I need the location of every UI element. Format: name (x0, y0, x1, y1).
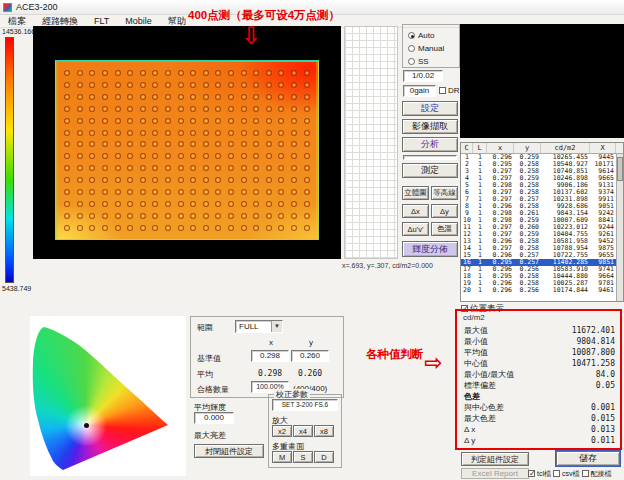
range-select[interactable]: FULL▼ (235, 320, 283, 333)
export-check-2[interactable]: csv檔 (553, 469, 580, 479)
stats-panel: cd/m2 最大值11672.401最小值9804.814平均值10087.80… (459, 313, 622, 449)
table-cell: 0.257 (514, 196, 541, 203)
table-cell: 15 (461, 252, 473, 259)
measure-point (89, 189, 95, 195)
zoom-button-x4[interactable]: x4 (293, 425, 313, 437)
color-temp-button[interactable]: 色溫 (431, 222, 458, 236)
table-row[interactable]: 810.2960.2589928.6869051 (461, 203, 616, 210)
table-cell: 0.258 (514, 280, 541, 287)
table-row[interactable]: 910.2980.2619843.1549242 (461, 210, 616, 217)
save-button[interactable]: 儲存 (556, 451, 620, 466)
table-cell: 1 (473, 203, 487, 210)
measure-point (77, 165, 83, 171)
measure-point (241, 201, 247, 207)
delta-y-button[interactable]: Δy (431, 204, 458, 218)
closed-comp-settings-button[interactable]: 封閉組件設定 (194, 444, 264, 458)
table-row[interactable]: 1210.2970.25910404.7559261 (461, 231, 616, 238)
measure-button[interactable]: 測定 (402, 163, 458, 178)
delta-uv-button[interactable]: Δu'v' (402, 222, 429, 236)
stat-row: Δ y0.011 (459, 435, 622, 446)
table-row[interactable]: 1410.2970.25810788.9549875 (461, 245, 616, 252)
multi-button-m[interactable]: M (272, 451, 292, 463)
measure-point (165, 141, 171, 147)
measure-point (89, 153, 95, 159)
measure-point (102, 141, 108, 147)
table-cell: 0.298 (487, 217, 514, 224)
measure-point (77, 118, 83, 124)
luminance-dist-button[interactable]: 輝度分佈 (402, 241, 458, 257)
table-cell: 0.296 (487, 252, 514, 259)
dr-checkbox[interactable]: DR (439, 86, 460, 95)
table-row[interactable]: 1710.2960.25610583.9109741 (461, 266, 616, 273)
judge-comp-settings-button[interactable]: 判定組件設定 (461, 452, 529, 466)
measure-point (165, 82, 171, 88)
measure-point (190, 94, 196, 100)
table-row[interactable]: 110.2960.25910265.4559445 (461, 154, 616, 161)
table-row[interactable]: 510.2980.2589906.1869131 (461, 182, 616, 189)
table-row[interactable]: 1510.2960.25710722.7559655 (461, 252, 616, 259)
exposure-field[interactable]: 1/0.02 (403, 70, 443, 82)
stat-label: 與中心色差 (464, 402, 504, 413)
table-row[interactable]: 1610.2950.25711402.2859851 (461, 259, 616, 266)
multi-button-d[interactable]: D (314, 451, 334, 463)
table-row[interactable]: 1910.2960.25810025.2879781 (461, 280, 616, 287)
table-cell: 9875 (590, 245, 616, 252)
zoom-button-x8[interactable]: x8 (314, 425, 334, 437)
mode-radio-auto[interactable]: Auto (408, 29, 459, 42)
contour-button[interactable]: 等高線 (431, 186, 458, 200)
table-row[interactable]: 710.2970.25710231.8989911 (461, 196, 616, 203)
reference-x-field[interactable]: 0.298 (251, 350, 289, 362)
scrollbar-thumb[interactable] (617, 157, 623, 181)
measure-point (152, 189, 158, 195)
measure-point (89, 141, 95, 147)
table-row[interactable]: 1010.2980.25910007.6098841 (461, 217, 616, 224)
measure-point (266, 165, 272, 171)
table-cell: 1 (473, 224, 487, 231)
zoom-button-x2[interactable]: x2 (272, 425, 292, 437)
table-scrollbar[interactable] (616, 154, 623, 301)
table-cell: 9664 (590, 273, 616, 280)
table-cell: 8 (461, 203, 473, 210)
avg-lum-field[interactable]: 0.000 (194, 412, 234, 424)
mode-radio-ss[interactable]: SS (408, 55, 459, 68)
table-row[interactable]: 1810.2950.25810444.8809664 (461, 273, 616, 280)
delta-x-button[interactable]: Δx (402, 204, 429, 218)
table-row[interactable]: 610.2970.25810137.6029374 (461, 189, 616, 196)
table-cell: 1 (473, 238, 487, 245)
chevron-down-icon[interactable]: ▼ (271, 321, 282, 332)
measure-point (228, 153, 234, 159)
table-cell: 1 (473, 259, 487, 266)
table-header: CLxycd/m2X (461, 143, 623, 154)
menu-item-1[interactable]: 檔案 (0, 15, 34, 28)
measure-point (102, 70, 108, 76)
colorbar-max-label: 14536.166 (2, 28, 35, 35)
column-header: y (514, 143, 541, 153)
table-row[interactable]: 1110.2970.26010223.0129244 (461, 224, 616, 231)
reference-y-field[interactable]: 0.260 (291, 350, 329, 362)
table-cell: 10171 (590, 161, 616, 168)
capture-button[interactable]: 影像擷取 (402, 119, 458, 134)
table-row[interactable]: 410.2970.25910246.8989665 (461, 175, 616, 182)
gain-field[interactable]: 0gain (403, 85, 436, 97)
heatmap-view[interactable] (33, 26, 341, 259)
table-cell: 9614 (590, 168, 616, 175)
export-check-3[interactable]: 配接檔 (582, 469, 612, 479)
mode-radio-manual[interactable]: Manual (408, 42, 459, 55)
export-check-1[interactable]: tcl檔 (528, 469, 551, 479)
table-row[interactable]: 1310.2960.25810581.9589452 (461, 238, 616, 245)
pass-label: 合格數量 (197, 384, 229, 395)
table-row[interactable]: 210.2950.25810540.92710171 (461, 161, 616, 168)
table-row[interactable]: 310.2970.25810740.8519614 (461, 168, 616, 175)
measure-point (127, 130, 133, 136)
settings-button[interactable]: 設定 (402, 101, 458, 116)
measure-point (140, 225, 146, 231)
table-row[interactable]: 2010.2960.25610174.8449461 (461, 287, 616, 294)
analyze-button[interactable]: 分析 (402, 137, 458, 152)
measure-point (102, 153, 108, 159)
mode-label: Auto (418, 31, 434, 40)
stereo-button[interactable]: 立體圖 (402, 186, 429, 200)
measure-point (203, 82, 209, 88)
excel-report-button[interactable]: Excel Report (461, 468, 529, 479)
multi-button-s[interactable]: S (293, 451, 313, 463)
measure-point (266, 82, 272, 88)
